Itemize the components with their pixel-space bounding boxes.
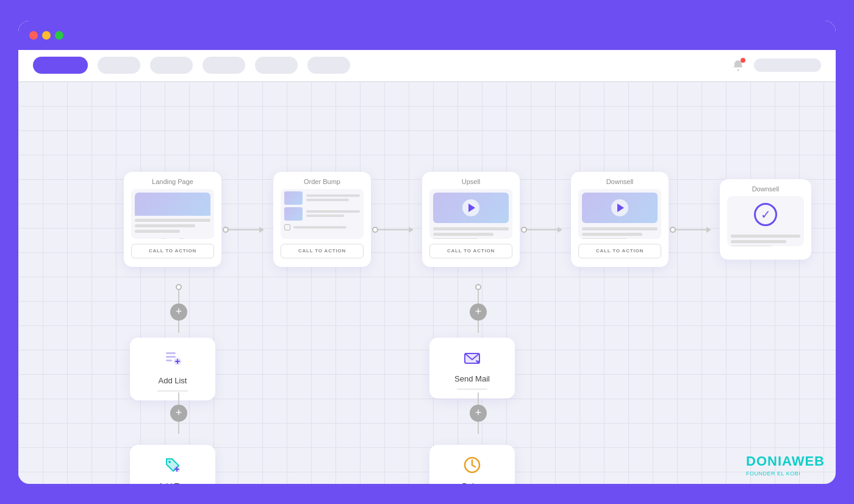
upsell-cta[interactable]: CALL TO ACTION xyxy=(429,244,512,258)
conn-line xyxy=(229,229,259,230)
order-bump-cta[interactable]: CALL TO ACTION xyxy=(281,244,364,258)
add-button-lp[interactable]: + xyxy=(170,303,187,321)
ob-checkbox[interactable] xyxy=(284,224,290,230)
delay-node: Delay xyxy=(429,445,515,484)
nav-tab-2[interactable] xyxy=(98,57,140,74)
nav-tab-5[interactable] xyxy=(255,57,298,74)
play-button-2[interactable] xyxy=(611,199,628,216)
upsell-card: Upsell CALL TO ACTION xyxy=(422,172,520,267)
ob-row-2 xyxy=(284,207,360,221)
nav-right xyxy=(730,57,821,74)
ob-line xyxy=(306,194,360,197)
ob-img xyxy=(284,191,303,205)
conn-line-v xyxy=(478,321,479,333)
profile-bar[interactable] xyxy=(754,59,821,72)
add-list-label: Add List xyxy=(159,376,187,385)
play-triangle-2 xyxy=(617,204,624,212)
delay-icon xyxy=(463,456,481,477)
landing-page-title: Landing Page xyxy=(124,172,221,189)
ob-line xyxy=(306,210,360,213)
ob-row xyxy=(284,191,360,205)
svg-rect-1 xyxy=(166,352,176,354)
send-mail-divider xyxy=(457,388,487,390)
titlebar xyxy=(18,21,836,50)
nav-tab-6[interactable] xyxy=(307,57,350,74)
conn-line-v xyxy=(478,392,479,405)
preview-line xyxy=(731,240,786,243)
delay-label: Delay xyxy=(462,481,482,484)
preview-video-2 xyxy=(582,193,658,223)
conn-dot xyxy=(475,284,481,290)
nav-tab-3[interactable] xyxy=(150,57,193,74)
branding: DONIAWEB FOUNDER EL KOBI xyxy=(746,453,825,477)
ob-line xyxy=(306,215,344,217)
downsell-card: Downsell CALL TO ACTION xyxy=(571,172,669,267)
preview-line xyxy=(135,224,195,227)
play-triangle xyxy=(468,204,475,212)
check-icon: ✓ xyxy=(754,203,777,226)
preview-line xyxy=(135,219,210,222)
preview-line xyxy=(135,230,180,233)
preview-line xyxy=(433,233,493,236)
conn-line-v xyxy=(178,290,179,303)
preview-icon xyxy=(176,238,187,239)
conn-arrow xyxy=(259,227,264,233)
maximize-button[interactable] xyxy=(55,31,63,40)
brand-sub: FOUNDER EL KOBI xyxy=(746,470,825,477)
conn-line-v xyxy=(178,392,179,405)
preview-line xyxy=(582,227,658,230)
upsell-title: Upsell xyxy=(422,172,520,189)
upsell-preview xyxy=(429,189,512,239)
canvas[interactable]: Landing Page CALL TO ACTION xyxy=(18,82,836,484)
preview-icon xyxy=(158,238,169,239)
add-button-lp2[interactable]: + xyxy=(170,405,187,422)
send-mail-node: Send Mail xyxy=(429,338,515,399)
conn-line-v xyxy=(178,422,179,434)
preview-image xyxy=(135,193,210,216)
vert-conn-lp-top: + xyxy=(170,284,187,333)
conn-dot xyxy=(223,227,229,233)
landing-page-preview xyxy=(131,189,214,239)
vert-conn-after-addlist: + xyxy=(170,392,187,434)
nav-tab-1[interactable] xyxy=(33,57,88,74)
add-button-up2[interactable]: + xyxy=(470,405,487,422)
ob-line xyxy=(293,226,346,229)
add-list-icon xyxy=(163,349,182,371)
minimize-button[interactable] xyxy=(42,31,51,40)
ob-preview xyxy=(281,189,364,234)
landing-page-cta[interactable]: CALL TO ACTION xyxy=(131,244,214,258)
vert-conn-up-top: + xyxy=(470,284,487,333)
downsell2-title: Downsell xyxy=(720,179,811,196)
notification-icon[interactable] xyxy=(730,57,747,74)
order-bump-preview xyxy=(281,189,364,239)
downsell-title: Downsell xyxy=(571,172,669,189)
preview-check: ✓ xyxy=(727,196,804,233)
preview-lines xyxy=(131,216,214,233)
downsell-cta[interactable]: CALL TO ACTION xyxy=(578,244,661,258)
play-button[interactable] xyxy=(462,199,479,216)
send-mail-icon xyxy=(463,349,481,369)
add-button-up[interactable]: + xyxy=(470,303,487,321)
add-tag-label: Add Tag xyxy=(158,481,187,484)
preview-line xyxy=(582,238,627,239)
conn-dot xyxy=(176,284,182,290)
conn-dot xyxy=(521,227,527,233)
conn-dot xyxy=(372,227,378,233)
send-mail-label: Send Mail xyxy=(454,374,490,383)
downsell2-preview: ✓ xyxy=(727,196,804,246)
ob-img-2 xyxy=(284,207,303,221)
preview-line xyxy=(731,235,800,238)
conn-line xyxy=(527,229,558,230)
preview-lines xyxy=(429,225,512,239)
conn-line-v xyxy=(478,290,479,303)
close-button[interactable] xyxy=(29,31,38,40)
navbar xyxy=(18,50,836,82)
vert-conn-after-sendmail: + xyxy=(470,392,487,434)
traffic-lights xyxy=(29,31,63,40)
order-bump-card: Order Bump xyxy=(273,172,371,267)
ob-lines xyxy=(306,191,360,205)
brand-logo: DONIAWEB FOUNDER EL KOBI xyxy=(746,453,825,477)
svg-rect-3 xyxy=(166,360,172,361)
conn-arrow xyxy=(409,227,414,233)
nav-tab-4[interactable] xyxy=(203,57,245,74)
